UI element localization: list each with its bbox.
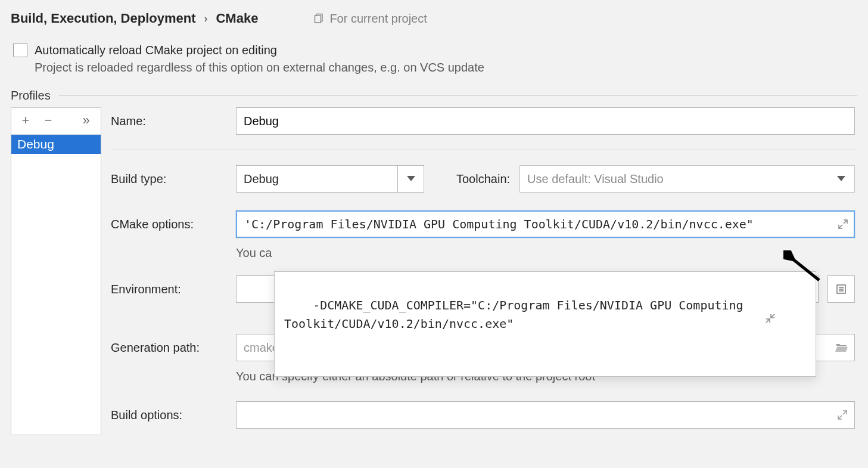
profile-item-debug[interactable]: Debug [11,135,101,154]
cmake-options-input[interactable]: 'C:/Program Files/NVIDIA GPU Computing T… [236,210,855,238]
remove-profile-button[interactable]: − [40,113,57,128]
name-input[interactable] [236,107,855,135]
svg-marker-3 [837,176,845,181]
cmake-hint-truncated: You ca [236,246,855,260]
cmake-options-value: 'C:/Program Files/NVIDIA GPU Computing T… [244,217,754,231]
cmake-options-expanded-text: -DCMAKE_CUDA_COMPILER="C:/Program Files/… [284,298,751,331]
cmake-options-label: CMake options: [111,218,236,231]
toolchain-value: Use default: Visual Studio [527,172,664,186]
scope-badge: For current project [314,12,427,26]
environment-label: Environment: [111,283,236,296]
environment-edit-button[interactable] [827,275,855,303]
autoreload-hint: Project is reloaded regardless of this o… [35,61,857,75]
autoreload-label[interactable]: Automatically reload CMake project on ed… [35,44,277,57]
generation-path-label: Generation path: [111,341,236,355]
toolchain-combo[interactable]: Use default: Visual Studio [519,165,855,193]
collapse-icon[interactable] [763,277,811,360]
chevron-down-icon [397,166,424,192]
autoreload-checkbox[interactable] [13,43,27,57]
name-label: Name: [111,114,236,128]
svg-rect-1 [315,16,321,23]
build-type-label: Build type: [111,172,236,186]
build-options-input[interactable] [236,401,855,429]
profiles-section-label: Profiles [11,89,857,103]
copy-icon [314,13,325,24]
chevron-right-icon: › [204,13,207,25]
build-type-combo[interactable]: Debug [236,165,424,193]
cmake-options-expanded-popup[interactable]: -DCMAKE_CUDA_COMPILER="C:/Program Files/… [274,271,816,377]
more-profile-actions-button[interactable]: » [78,113,95,128]
divider [111,149,855,150]
add-profile-button[interactable]: + [17,113,34,128]
expand-icon[interactable] [835,410,850,420]
divider [59,95,857,96]
profiles-toolbar: + − » [11,108,101,135]
breadcrumb: Build, Execution, Deployment › CMake For… [11,11,857,26]
build-options-label: Build options: [111,408,236,422]
folder-open-icon[interactable] [835,342,848,353]
chevron-down-icon [828,166,854,192]
expand-icon[interactable] [836,219,850,229]
profiles-sidebar: + − » Debug [11,107,101,435]
breadcrumb-parent[interactable]: Build, Execution, Deployment [11,11,195,26]
scope-label: For current project [329,12,427,26]
settings-pane: Build, Execution, Deployment › CMake For… [0,0,868,468]
profiles-label-text: Profiles [11,89,59,103]
svg-marker-2 [407,176,415,181]
toolchain-label: Toolchain: [456,172,510,186]
build-type-value: Debug [244,172,279,186]
breadcrumb-current: CMake [216,11,258,26]
